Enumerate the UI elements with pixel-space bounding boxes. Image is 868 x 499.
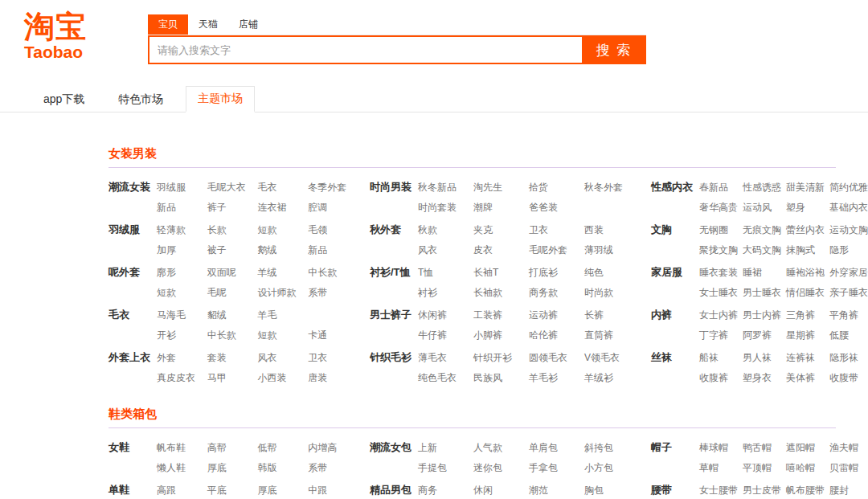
category-link[interactable]: 高跟: [157, 484, 207, 497]
category-link[interactable]: 牛仔裤: [418, 329, 473, 342]
category-link[interactable]: 韩版: [258, 461, 309, 474]
category-link[interactable]: 帆布腰带: [786, 484, 829, 497]
category-link[interactable]: 羊毛衫: [529, 371, 584, 384]
category-link[interactable]: 卡通: [308, 329, 358, 342]
category-link[interactable]: 人气款: [473, 441, 529, 454]
category-link[interactable]: 连裤袜: [786, 351, 829, 364]
category-link[interactable]: 系带: [308, 286, 358, 299]
category-link[interactable]: 貂绒: [207, 309, 258, 321]
category-title[interactable]: 男士裤子: [370, 309, 418, 321]
category-link[interactable]: 毛呢: [207, 286, 258, 299]
category-link[interactable]: 休闲: [473, 484, 529, 497]
category-link[interactable]: T恤: [418, 266, 473, 279]
category-link[interactable]: 斜挎包: [584, 441, 640, 454]
category-link[interactable]: 廓形: [157, 266, 207, 279]
category-link[interactable]: 小脚裤: [473, 329, 529, 342]
category-title[interactable]: 外套上衣: [108, 351, 157, 364]
category-link[interactable]: 薄羽绒: [584, 243, 640, 256]
category-title[interactable]: 腰带: [651, 484, 699, 497]
category-title[interactable]: 帽子: [651, 441, 699, 454]
category-link[interactable]: 厚底: [207, 461, 258, 474]
category-link[interactable]: 纯色毛衣: [418, 371, 473, 384]
category-link[interactable]: 时尚套装: [418, 201, 473, 214]
category-link[interactable]: 时尚款: [584, 286, 640, 299]
category-link[interactable]: 平角裤: [829, 309, 868, 321]
category-link[interactable]: 塑身衣: [743, 371, 786, 384]
category-title[interactable]: 羽绒服: [108, 223, 157, 236]
category-link[interactable]: 收腹裤: [699, 371, 743, 384]
category-title[interactable]: 丝袜: [651, 351, 699, 364]
category-link[interactable]: 美体裤: [786, 371, 829, 384]
category-title[interactable]: 呢外套: [108, 266, 157, 279]
category-link[interactable]: 拾货: [529, 181, 584, 194]
category-link[interactable]: V领毛衣: [584, 351, 640, 364]
category-link[interactable]: 长袖T: [473, 266, 529, 279]
category-link[interactable]: 羽绒服: [157, 181, 207, 194]
search-tab-item[interactable]: 宝贝: [148, 14, 188, 35]
category-link[interactable]: 低帮: [258, 441, 309, 454]
category-link[interactable]: 船袜: [699, 351, 743, 364]
category-link[interactable]: 小西装: [258, 371, 309, 384]
category-link[interactable]: 单肩包: [529, 441, 584, 454]
category-link[interactable]: 丁字裤: [699, 329, 743, 342]
category-link[interactable]: 亲子睡衣: [829, 286, 868, 299]
category-title[interactable]: 潮流女装: [108, 181, 157, 194]
category-link[interactable]: 设计师款: [258, 286, 309, 299]
category-link[interactable]: 胸包: [584, 484, 640, 497]
search-button[interactable]: 搜 索: [582, 35, 646, 64]
category-link[interactable]: 厚底: [258, 484, 309, 497]
category-link[interactable]: 羊毛: [258, 309, 309, 321]
category-link[interactable]: 马海毛: [157, 309, 207, 321]
category-title[interactable]: 衬衫/T恤: [370, 266, 418, 279]
category-link[interactable]: 嘻哈帽: [786, 461, 829, 474]
category-title[interactable]: 文胸: [651, 223, 699, 236]
category-link[interactable]: 大码文胸: [743, 243, 786, 256]
category-link[interactable]: 女士腰带: [699, 484, 743, 497]
category-link[interactable]: 唐装: [308, 371, 358, 384]
category-link[interactable]: 运动文胸: [829, 223, 868, 236]
category-link[interactable]: 渔夫帽: [829, 441, 868, 454]
category-link[interactable]: 开衫: [157, 329, 207, 342]
category-link[interactable]: 风衣: [418, 243, 473, 256]
category-link[interactable]: 鹅绒: [258, 243, 309, 256]
category-title[interactable]: 内裤: [651, 309, 699, 321]
category-link[interactable]: 毛呢外套: [529, 243, 584, 256]
category-link[interactable]: 性感诱惑: [743, 181, 786, 194]
category-link[interactable]: 短款: [258, 223, 309, 236]
category-title[interactable]: 毛衣: [108, 309, 157, 321]
category-link[interactable]: 遮阳帽: [786, 441, 829, 454]
nav-item-theme-market[interactable]: 主题市场: [186, 86, 255, 112]
category-link[interactable]: 小方包: [584, 461, 640, 474]
category-link[interactable]: 塑身: [786, 201, 829, 214]
category-link[interactable]: 长款: [207, 223, 258, 236]
category-link[interactable]: 男士内裤: [743, 309, 786, 321]
category-title[interactable]: 家居服: [651, 266, 699, 279]
category-link[interactable]: 隐形袜: [829, 351, 868, 364]
category-link[interactable]: 圆领毛衣: [529, 351, 584, 364]
category-link[interactable]: 低腰: [829, 329, 868, 342]
category-link[interactable]: 纯色: [584, 266, 640, 279]
category-link[interactable]: 高帮: [207, 441, 258, 454]
category-link[interactable]: 简约优雅: [829, 181, 868, 194]
category-link[interactable]: 卫衣: [308, 351, 358, 364]
category-link[interactable]: 聚拢文胸: [699, 243, 743, 256]
category-link[interactable]: 秋款: [418, 223, 473, 236]
category-link[interactable]: 长裤: [584, 309, 640, 321]
category-link[interactable]: 春新品: [699, 181, 743, 194]
category-link[interactable]: 新品: [308, 243, 358, 256]
category-link[interactable]: 秋冬外套: [584, 181, 640, 194]
category-link[interactable]: 收腹带: [829, 371, 868, 384]
category-link[interactable]: 懒人鞋: [157, 461, 207, 474]
category-link[interactable]: 基础内衣: [829, 201, 868, 214]
category-link[interactable]: 哈伦裤: [529, 329, 584, 342]
category-link[interactable]: 爸爸装: [529, 201, 584, 214]
category-link[interactable]: 打底衫: [529, 266, 584, 279]
category-link[interactable]: 情侣睡衣: [786, 286, 829, 299]
category-link[interactable]: 加厚: [157, 243, 207, 256]
category-link[interactable]: 平底: [207, 484, 258, 497]
category-link[interactable]: 手拿包: [529, 461, 584, 474]
category-link[interactable]: 夹克: [473, 223, 529, 236]
category-link[interactable]: 被子: [207, 243, 258, 256]
category-link[interactable]: 潮范: [529, 484, 584, 497]
category-link[interactable]: 迷你包: [473, 461, 529, 474]
